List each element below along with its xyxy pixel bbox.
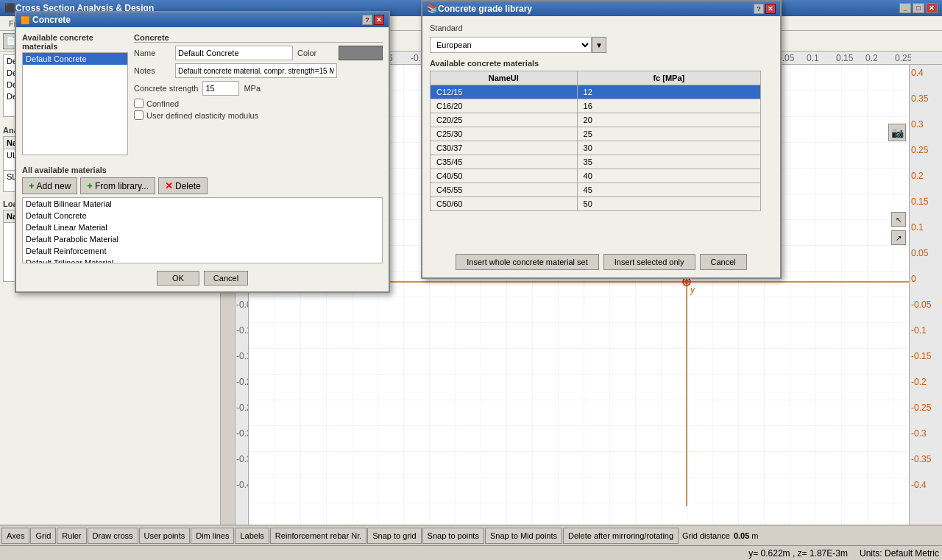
user-elasticity-label: User defined elasticity modulus [146, 111, 258, 120]
btn-grid[interactable]: Grid [30, 528, 56, 544]
notes-row: Notes [134, 63, 383, 78]
svg-text:0.2: 0.2 [911, 171, 924, 181]
lib-row-c20[interactable]: C20/25 20 [431, 113, 761, 127]
library-table[interactable]: NameUI fc [MPa] C12/15 12 C16/20 16 C20/… [430, 71, 761, 211]
all-mat-concrete[interactable]: Default Concrete [23, 210, 382, 221]
all-mat-trilinear[interactable]: Default Trilinear Material [23, 257, 382, 263]
btn-snap-mid[interactable]: Snap to Mid points [485, 528, 562, 544]
from-library-button[interactable]: + From library... [80, 177, 155, 194]
all-avail-label: All available materials [22, 166, 383, 174]
btn-user-points[interactable]: User points [139, 528, 191, 544]
lib-c25-fc: 25 [577, 127, 760, 141]
maximize-button[interactable]: □ [913, 3, 924, 13]
all-materials-list[interactable]: Default Bilinear Material Default Concre… [22, 197, 383, 263]
lib-c40-name: C40/50 [431, 169, 578, 183]
svg-text:0.35: 0.35 [911, 93, 929, 104]
svg-text:0.15: 0.15 [911, 196, 929, 207]
lib-row-c25[interactable]: C25/30 25 [431, 127, 761, 141]
close-button[interactable]: ✕ [926, 3, 938, 13]
delete-button[interactable]: ✕ Delete [158, 177, 208, 194]
ok-button[interactable]: OK [157, 271, 199, 286]
user-elasticity-row: User defined elasticity modulus [134, 110, 383, 120]
lib-c16-name: C16/20 [431, 99, 578, 113]
color-picker[interactable] [339, 46, 383, 60]
library-dialog-titlebar: 📚 Concrete grade library ? ✕ [422, 1, 780, 16]
zoom-icon-2[interactable]: ↗ [891, 230, 906, 245]
strength-unit: MPa [244, 84, 261, 93]
confined-row: Confined [134, 99, 383, 108]
concrete-dialog[interactable]: 🟧 Concrete ? ✕ Available concrete materi… [15, 11, 390, 293]
library-dialog[interactable]: 📚 Concrete grade library ? ✕ Standard Eu… [421, 0, 782, 279]
lib-row-c30[interactable]: C30/37 30 [431, 141, 761, 155]
btn-snap-grid[interactable]: Snap to grid [367, 528, 421, 544]
concrete-list-item-default[interactable]: Default Concrete [23, 53, 127, 65]
concrete-help-btn[interactable]: ? [362, 15, 372, 25]
library-close-btn[interactable]: ✕ [765, 4, 776, 14]
btn-snap-points[interactable]: Snap to points [422, 528, 484, 544]
library-dialog-controls: ? ✕ [754, 4, 776, 14]
btn-axes[interactable]: Axes [1, 528, 29, 544]
concrete-dialog-icon: 🟧 [21, 16, 29, 24]
standard-select-row: European ACI British ▼ [430, 37, 773, 53]
concrete-dialog-content: Available concrete materials Default Con… [16, 27, 389, 291]
library-buttons-row: + Add new + From library... ✕ Delete [22, 177, 383, 194]
all-mat-parabolic[interactable]: Default Parabolic Material [23, 233, 382, 245]
confined-label: Confined [146, 99, 179, 108]
lib-c30-fc: 30 [577, 141, 760, 155]
lib-row-c40[interactable]: C40/50 40 [431, 169, 761, 183]
lib-col-fc: fc [MPa] [577, 71, 760, 85]
library-help-btn[interactable]: ? [754, 4, 764, 14]
btn-labels[interactable]: Labels [235, 528, 269, 544]
insert-whole-button[interactable]: Insert whole concrete material set [456, 254, 598, 270]
standard-select[interactable]: European ACI British [430, 37, 592, 53]
svg-text:-0.2: -0.2 [911, 377, 927, 387]
notes-label: Notes [134, 66, 171, 75]
user-elasticity-checkbox[interactable] [134, 110, 144, 120]
all-mat-bilinear[interactable]: Default Bilinear Material [23, 198, 382, 210]
strength-label: Concrete strength [134, 84, 198, 93]
lib-cancel-button[interactable]: Cancel [700, 254, 747, 270]
concrete-close-btn[interactable]: ✕ [374, 15, 384, 25]
camera-icon[interactable]: 📷 [888, 124, 906, 141]
all-mat-linear[interactable]: Default Linear Material [23, 221, 382, 233]
title-bar-icon: ⬛ [4, 3, 15, 13]
btn-ruler[interactable]: Ruler [57, 528, 86, 544]
confined-checkbox[interactable] [134, 99, 144, 108]
insert-selected-button[interactable]: Insert selected only [603, 254, 695, 270]
lib-row-c45[interactable]: C45/55 45 [431, 183, 761, 197]
name-row: Name Color [134, 46, 383, 60]
add-new-label: Add new [37, 181, 71, 191]
zoom-icon-1[interactable]: ↖ [891, 212, 906, 227]
bottom-toolbar: Axes Grid Ruler Draw cross User points D… [0, 525, 942, 545]
concrete-section-label: Concrete [134, 33, 383, 43]
lib-spacer [430, 211, 773, 248]
btn-delete-mirror[interactable]: Delete after mirroring/rotating [563, 528, 679, 544]
lib-row-c12[interactable]: C12/15 12 [431, 85, 761, 99]
cancel-button[interactable]: Cancel [204, 271, 248, 286]
svg-text:0.1: 0.1 [807, 53, 819, 63]
lib-row-c16[interactable]: C16/20 16 [431, 99, 761, 113]
notes-input[interactable] [175, 63, 337, 78]
grid-distance-label: Grid distance [682, 531, 730, 540]
standard-select-arrow[interactable]: ▼ [592, 37, 606, 53]
minimize-button[interactable]: _ [899, 3, 911, 13]
concrete-list[interactable]: Default Concrete [22, 52, 128, 155]
svg-text:0.2: 0.2 [865, 53, 878, 63]
lib-c50-fc: 50 [577, 197, 760, 211]
btn-rebar-nr[interactable]: Reinforcement rebar Nr. [270, 528, 366, 544]
main-dialog-buttons: OK Cancel [22, 271, 383, 286]
svg-text:-0.35: -0.35 [236, 454, 249, 464]
name-input[interactable] [175, 46, 293, 60]
lib-row-c35[interactable]: C35/45 35 [431, 155, 761, 169]
standard-label: Standard [430, 24, 463, 32]
lib-c30-name: C30/37 [431, 141, 578, 155]
lib-c12-name: C12/15 [431, 85, 578, 99]
strength-input[interactable] [202, 81, 239, 96]
status-bar: y= 0.622m , z= 1.87E-3m Units: Default M… [0, 545, 942, 560]
coords-display: y= 0.622m , z= 1.87E-3m [748, 548, 848, 559]
add-new-button[interactable]: + Add new [22, 177, 77, 194]
btn-dim-lines[interactable]: Dim lines [191, 528, 234, 544]
all-mat-reinforcement[interactable]: Default Reinforcement [23, 245, 382, 257]
lib-row-c50[interactable]: C50/60 50 [431, 197, 761, 211]
btn-draw-cross[interactable]: Draw cross [88, 528, 138, 544]
